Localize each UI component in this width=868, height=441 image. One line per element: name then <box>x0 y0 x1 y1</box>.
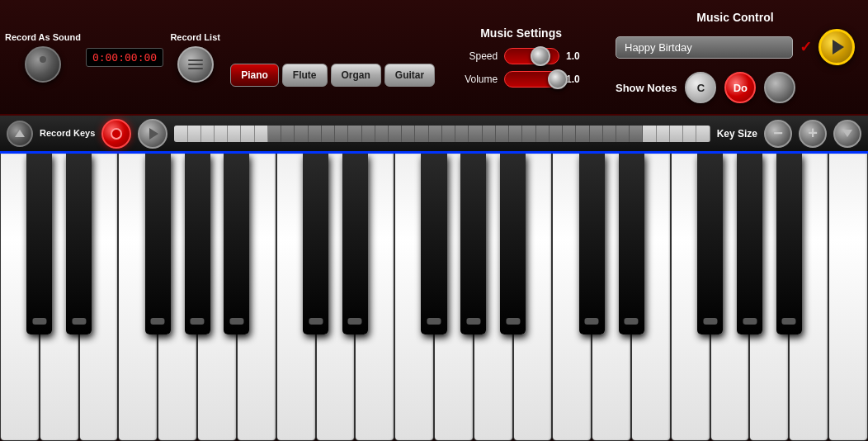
note-do-button[interactable]: Do <box>724 72 756 103</box>
key-size-label: Key Size <box>717 128 757 140</box>
speed-slider[interactable] <box>504 48 559 64</box>
black-key-oct1-pos0[interactable] <box>303 154 328 334</box>
black-key-oct2-pos4[interactable] <box>737 154 762 334</box>
piano-button[interactable]: Piano <box>230 64 279 87</box>
black-key-oct0-pos3[interactable] <box>145 154 171 334</box>
piano-scroll-indicator[interactable] <box>174 126 710 142</box>
record-list-button[interactable] <box>177 46 214 83</box>
speed-label: Speed <box>456 50 498 62</box>
notes-knob[interactable] <box>764 72 795 103</box>
black-key-oct1-pos3[interactable] <box>421 154 446 334</box>
speed-value: 1.0 <box>566 50 586 62</box>
note-c-button[interactable]: C <box>685 72 716 103</box>
black-key-oct2-pos3[interactable] <box>697 154 723 334</box>
music-settings-title: Music Settings <box>480 26 562 40</box>
black-key-oct1-pos5[interactable] <box>500 154 526 334</box>
organ-button[interactable]: Organ <box>331 64 381 87</box>
music-control-title: Music Control <box>616 11 855 24</box>
volume-slider[interactable] <box>504 71 559 88</box>
record-sound-knob[interactable] <box>25 46 61 83</box>
black-key-oct0-pos1[interactable] <box>66 154 92 334</box>
record-as-sound-label: Record As Sound <box>5 31 81 43</box>
instrument-group: Piano Flute Organ Guitar <box>230 27 435 87</box>
white-key-21[interactable] <box>828 154 868 441</box>
show-notes-label: Show Notes <box>616 82 677 94</box>
black-key-oct0-pos0[interactable] <box>26 154 52 334</box>
record-as-sound-section: Record As Sound <box>5 31 81 82</box>
record-keys-label: Record Keys <box>40 127 95 139</box>
play-button[interactable] <box>138 119 167 149</box>
black-key-oct2-pos0[interactable] <box>579 154 605 334</box>
checkmark-icon: ✓ <box>800 38 812 56</box>
music-control-section: Music Control Happy Birtday ✓ Show Notes… <box>607 6 863 108</box>
scroll-down-button[interactable] <box>833 120 861 148</box>
black-key-oct1-pos4[interactable] <box>460 154 486 334</box>
guitar-button[interactable]: Guitar <box>384 64 435 87</box>
record-button[interactable] <box>101 119 131 149</box>
black-key-oct0-pos4[interactable] <box>185 154 210 334</box>
volume-label: Volume <box>456 74 498 85</box>
scroll-up-button[interactable] <box>7 121 33 147</box>
flute-button[interactable]: Flute <box>282 64 328 87</box>
black-key-oct1-pos1[interactable] <box>342 154 368 334</box>
key-size-increase-button[interactable]: + <box>799 120 827 148</box>
timer-display: 0:00:00:00 <box>86 48 163 67</box>
volume-value: 1.0 <box>566 74 586 85</box>
key-size-decrease-button[interactable]: − <box>764 120 792 148</box>
black-key-oct2-pos1[interactable] <box>619 154 644 334</box>
record-list-section: Record List <box>168 31 222 82</box>
record-list-label: Record List <box>170 31 220 43</box>
black-key-oct2-pos5[interactable] <box>776 154 802 334</box>
black-key-oct0-pos5[interactable] <box>224 154 249 334</box>
music-settings-section: Music Settings Speed 1.0 Volume 1.0 <box>440 20 602 94</box>
play-large-button[interactable] <box>818 29 855 65</box>
record-keys-bar: Record Keys <box>0 116 868 154</box>
song-dropdown[interactable]: Happy Birtday <box>616 36 793 59</box>
piano-keyboard[interactable] <box>0 154 868 441</box>
